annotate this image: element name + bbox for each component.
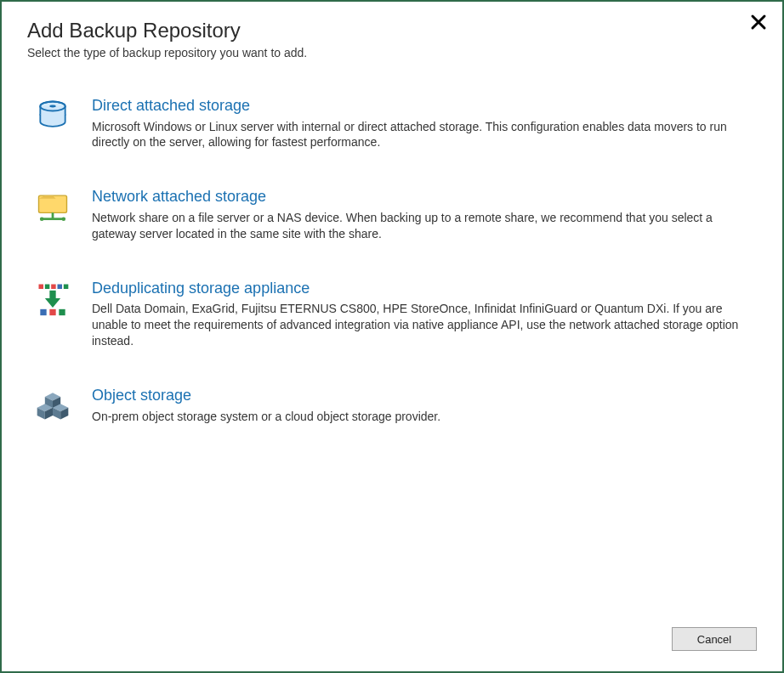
svg-point-7 bbox=[62, 218, 66, 222]
disk-stack-icon bbox=[34, 97, 71, 134]
dedup-icon bbox=[34, 280, 71, 317]
option-description: Network share on a file server or a NAS … bbox=[92, 210, 755, 242]
option-title: Network attached storage bbox=[92, 188, 757, 206]
option-title: Object storage bbox=[92, 387, 757, 405]
close-button[interactable] bbox=[750, 14, 767, 31]
svg-point-2 bbox=[49, 105, 55, 108]
option-title: Deduplicating storage appliance bbox=[92, 280, 757, 298]
svg-rect-14 bbox=[49, 309, 55, 315]
network-folder-icon bbox=[34, 188, 71, 225]
cube-stack-icon bbox=[34, 387, 71, 424]
dialog-footer: Cancel bbox=[672, 627, 757, 651]
svg-rect-13 bbox=[40, 309, 46, 315]
option-object-storage[interactable]: Object storage On-prem object storage sy… bbox=[34, 387, 757, 424]
svg-rect-11 bbox=[58, 284, 63, 289]
svg-rect-10 bbox=[51, 284, 56, 289]
option-direct-attached-storage[interactable]: Direct attached storage Microsoft Window… bbox=[34, 97, 757, 150]
dialog-subtitle: Select the type of backup repository you… bbox=[27, 46, 757, 59]
add-backup-repository-dialog: Add Backup Repository Select the type of… bbox=[0, 0, 784, 673]
svg-rect-12 bbox=[64, 284, 69, 289]
option-title: Direct attached storage bbox=[92, 97, 757, 116]
svg-rect-9 bbox=[45, 284, 50, 289]
svg-point-6 bbox=[40, 218, 44, 222]
svg-rect-8 bbox=[39, 284, 44, 289]
option-description: On-prem object storage system or a cloud… bbox=[92, 409, 755, 425]
cancel-button[interactable]: Cancel bbox=[672, 627, 757, 651]
repository-type-list: Direct attached storage Microsoft Window… bbox=[27, 97, 757, 425]
dialog-title: Add Backup Repository bbox=[27, 19, 757, 42]
close-icon bbox=[750, 20, 767, 33]
option-description: Dell Data Domain, ExaGrid, Fujitsu ETERN… bbox=[92, 301, 755, 349]
option-network-attached-storage[interactable]: Network attached storage Network share o… bbox=[34, 188, 757, 241]
svg-rect-15 bbox=[59, 309, 65, 315]
option-deduplicating-storage-appliance[interactable]: Deduplicating storage appliance Dell Dat… bbox=[34, 280, 757, 349]
option-description: Microsoft Windows or Linux server with i… bbox=[92, 119, 755, 151]
